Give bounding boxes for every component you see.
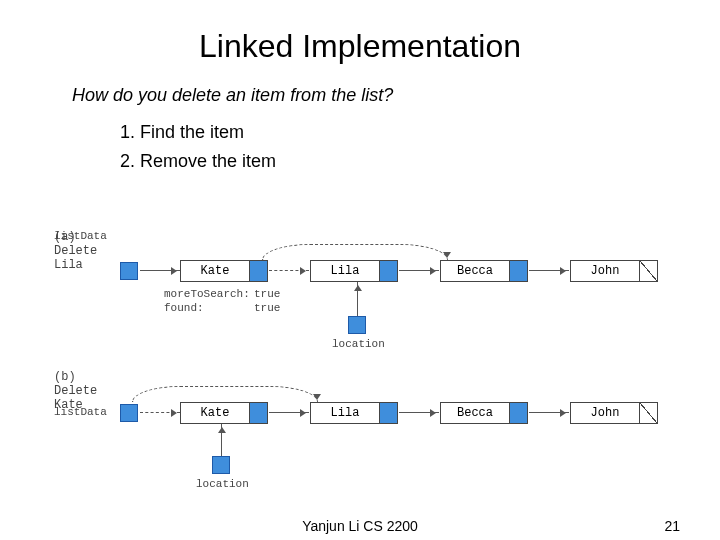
step-2: Remove the item: [140, 147, 720, 176]
node-a-3-value: John: [571, 261, 639, 281]
arrow-b-2-3: [529, 412, 569, 413]
arrow-a-0-1: [269, 270, 309, 271]
listdata-pointer-b: [120, 404, 138, 422]
arrow-b-head: [140, 412, 180, 413]
arrow-a-1-2: [399, 270, 439, 271]
node-a-2-next: [509, 261, 527, 281]
node-b-0-value: Kate: [181, 403, 249, 423]
node-a-0-value: Kate: [181, 261, 249, 281]
listdata-pointer-a: [120, 262, 138, 280]
page-number: 21: [664, 518, 680, 534]
node-a-0: Kate: [180, 260, 268, 282]
label-listdata-a: listData: [54, 230, 107, 242]
label-mts-val: true: [254, 288, 280, 300]
location-box-a: [348, 316, 366, 334]
label-mts: moreToSearch:: [164, 288, 250, 300]
node-b-3-next-null: [639, 403, 657, 423]
step-1: Find the item: [140, 118, 720, 147]
label-listdata-b: listData: [54, 406, 107, 418]
node-b-1-value: Lila: [311, 403, 379, 423]
node-b-3: John: [570, 402, 658, 424]
arrow-a-head: [140, 270, 180, 271]
list-row-a: Kate Lila Becca John: [120, 260, 658, 282]
node-b-0-next: [249, 403, 267, 423]
curve-a-bypass: [262, 244, 448, 260]
footer-center: Yanjun Li CS 2200: [0, 518, 720, 534]
arrow-a-2-3: [529, 270, 569, 271]
node-a-2-value: Becca: [441, 261, 509, 281]
node-a-2: Becca: [440, 260, 528, 282]
question-text: How do you delete an item from the list?: [0, 65, 720, 114]
node-a-0-next: [249, 261, 267, 281]
list-row-b: Kate Lila Becca John: [120, 402, 658, 424]
location-arrow-b: [221, 424, 222, 456]
label-found: found:: [164, 302, 204, 314]
node-b-1-next: [379, 403, 397, 423]
node-a-1-value: Lila: [311, 261, 379, 281]
node-b-2-value: Becca: [441, 403, 509, 423]
label-found-val: true: [254, 302, 280, 314]
arrow-b-0-1: [269, 412, 309, 413]
node-a-1-next: [379, 261, 397, 281]
node-b-2: Becca: [440, 402, 528, 424]
curve-b-bypass: [132, 386, 318, 402]
steps-list: Find the item Remove the item: [0, 118, 720, 176]
location-arrow-a: [357, 282, 358, 316]
page-title: Linked Implementation: [0, 0, 720, 65]
node-b-1: Lila: [310, 402, 398, 424]
location-box-b: [212, 456, 230, 474]
node-a-3-next-null: [639, 261, 657, 281]
node-a-1: Lila: [310, 260, 398, 282]
node-b-3-value: John: [571, 403, 639, 423]
label-location-a: location: [332, 338, 385, 350]
label-location-b: location: [196, 478, 249, 490]
arrow-b-1-2: [399, 412, 439, 413]
node-b-0: Kate: [180, 402, 268, 424]
node-b-2-next: [509, 403, 527, 423]
node-a-3: John: [570, 260, 658, 282]
